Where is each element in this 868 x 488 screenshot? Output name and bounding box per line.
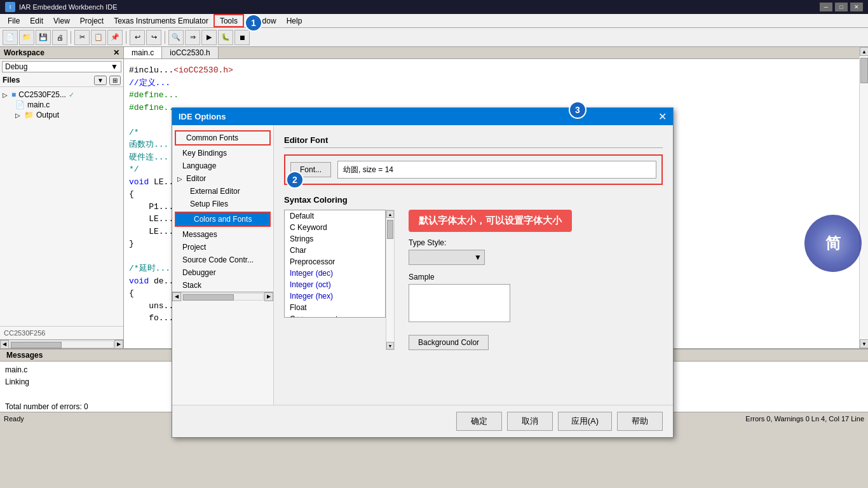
hscroll-left-btn[interactable]: ◀ [0,340,9,349]
syntax-item-float[interactable]: Float [285,302,385,313]
file-tree: ▷ ■ CC2530F25... ✓ 📄 main.c ▷ 📁 Output [0,87,123,123]
menu-file[interactable]: File [3,14,25,27]
sidebar-item-stack[interactable]: Stack [172,279,273,292]
tree-output-expand-icon: ▷ [15,112,22,119]
background-color-btn[interactable]: Background Color [409,335,489,350]
sidebar-hscroll-right[interactable]: ▶ [264,292,273,301]
syntax-list[interactable]: Default C Keyword Strings Char Preproces… [284,210,386,318]
ok-button[interactable]: 确定 [456,412,502,431]
sidebar-item-setup-files[interactable]: Setup Files [172,198,273,210]
tree-mainc-label: main.c [27,100,50,109]
toolbar-open[interactable]: 📁 [19,30,34,45]
toolbar-sep-3 [165,31,165,44]
toolbar-copy[interactable]: 📋 [91,30,106,45]
vscroll-up-btn[interactable]: ▲ [860,47,868,56]
sidebar-item-project[interactable]: Project [172,241,273,254]
toolbar-goto[interactable]: ⇒ [185,30,200,45]
sidebar-item-key-bindings[interactable]: Key Bindings [172,147,273,159]
toolbar-undo[interactable]: ↩ [130,30,145,45]
toolbar-stop[interactable]: ⏹ [234,30,250,45]
menu-tools[interactable]: Tools [214,14,244,27]
syntax-item-integer-hex[interactable]: Integer (hex) [285,290,385,302]
modal-close-btn[interactable]: ✕ [658,111,667,123]
sidebar-hscroll-left[interactable]: ◀ [172,292,181,301]
toolbar-build[interactable]: ▶ [201,30,217,45]
type-style-select[interactable]: ▼ [409,250,485,265]
modal-title-bar: IDE Options ✕ [172,108,673,125]
menu-help[interactable]: Help [281,14,308,27]
tab-ioccc2530h[interactable]: ioCC2530.h [162,47,218,58]
callout-text: 默认字体太小，可以设置字体大小 [409,210,572,232]
syntax-vscroll-track[interactable] [386,218,394,342]
tree-output-label: Output [36,111,59,119]
syntax-item-c-keyword[interactable]: C Keyword [285,222,385,233]
syntax-vscrollbar[interactable]: ▲ ▼ [386,210,395,350]
vscroll-track[interactable] [860,56,868,339]
toolbar-redo[interactable]: ↪ [146,30,161,45]
tree-item-mainc[interactable]: 📄 main.c [0,100,123,110]
sidebar-item-project-label: Project [182,243,206,252]
sidebar-item-debugger[interactable]: Debugger [172,266,273,279]
toolbar-paste[interactable]: 📌 [107,30,123,45]
syntax-vscroll-thumb[interactable] [387,220,393,239]
hscroll-right-btn[interactable]: ▶ [114,340,123,349]
cancel-button[interactable]: 取消 [507,412,553,431]
sidebar-item-common-fonts[interactable]: Common Fonts [176,132,269,144]
apply-button[interactable]: 应用(A) [558,412,612,431]
sidebar-item-external-editor[interactable]: External Editor [172,185,273,198]
workspace-expand-btn[interactable]: ⊞ [109,76,121,85]
sidebar-hscroll-thumb[interactable] [183,294,234,301]
sidebar-item-messages[interactable]: Messages [172,228,273,241]
status-left: Ready [4,415,24,423]
toolbar-cut[interactable]: ✂ [74,30,90,45]
syntax-item-integer-oct[interactable]: Integer (oct) [285,279,385,290]
main-vscrollbar[interactable]: ▲ ▼ [859,47,868,348]
toolbar-print[interactable]: 🖨 [52,30,67,45]
vscroll-thumb[interactable] [860,58,868,83]
sidebar-item-editor[interactable]: ▷ Editor [172,172,273,185]
sidebar-item-colors-fonts[interactable]: Colors and Fonts [176,213,269,226]
toolbar-new[interactable]: 📄 [3,30,18,45]
debug-label: Debug [5,62,27,71]
sidebar-item-language-label: Language [182,161,216,170]
tree-project-icon: ■ [11,90,16,99]
menu-view[interactable]: View [48,14,75,27]
sidebar-item-language[interactable]: Language [172,159,273,172]
workspace-hscrollbar[interactable]: ◀ ▶ [0,339,123,348]
syntax-coloring-title: Syntax Coloring [284,195,663,205]
maximize-button[interactable]: □ [835,3,848,11]
minimize-button[interactable]: ─ [820,3,832,11]
toolbar-save[interactable]: 💾 [36,30,51,45]
workspace-collapse-btn[interactable]: ▼ [94,76,107,85]
sidebar-hscroll-track[interactable] [182,293,264,301]
workspace-close-btn[interactable]: ✕ [113,48,119,57]
tree-item-output[interactable]: ▷ 📁 Output [0,110,123,120]
close-button[interactable]: ✕ [850,3,863,11]
syntax-item-char[interactable]: Char [285,245,385,256]
syntax-item-cpp-comment[interactable]: C++ comment [285,313,385,318]
workspace-title: Workspace [4,48,44,57]
menu-edit[interactable]: Edit [25,14,48,27]
help-button[interactable]: 帮助 [617,412,663,431]
hscroll-thumb[interactable] [11,342,62,348]
syntax-item-preprocessor[interactable]: Preprocessor [285,256,385,268]
tab-bar: main.c ioCC2530.h [124,47,859,59]
syntax-vscroll-up[interactable]: ▲ [386,210,394,218]
sidebar-hscrollbar[interactable]: ◀ ▶ [172,292,273,301]
toolbar-find[interactable]: 🔍 [168,30,184,45]
syntax-item-default[interactable]: Default [285,210,385,222]
tree-item-project[interactable]: ▷ ■ CC2530F25... ✓ [0,90,123,100]
menu-ti-emulator[interactable]: Texas Instruments Emulator [109,14,214,27]
debug-dropdown-icon[interactable]: ▼ [111,62,118,71]
workspace-debug-selector[interactable]: Debug ▼ [2,61,121,72]
syntax-item-integer-dec[interactable]: Integer (dec) [285,268,385,279]
app-icon: I [5,2,15,12]
sidebar-item-source-code[interactable]: Source Code Contr... [172,254,273,266]
syntax-item-strings[interactable]: Strings [285,233,385,245]
vscroll-down-btn[interactable]: ▼ [860,339,868,348]
menu-project[interactable]: Project [75,14,109,27]
hscroll-track[interactable] [10,341,114,348]
tab-mainc[interactable]: main.c [124,47,162,58]
syntax-vscroll-down[interactable]: ▼ [386,342,394,349]
toolbar-debug[interactable]: 🐛 [218,30,233,45]
